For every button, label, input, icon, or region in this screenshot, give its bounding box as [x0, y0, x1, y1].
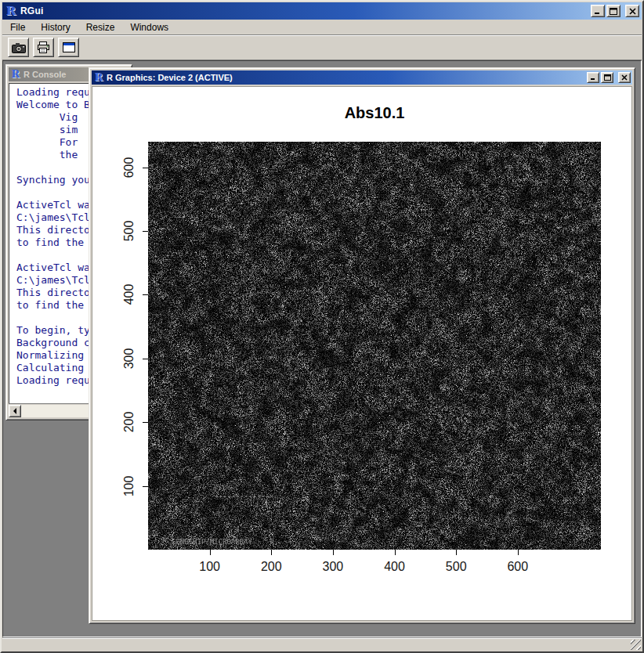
- printer-icon: [37, 41, 50, 53]
- close-icon: [629, 8, 636, 15]
- close-button[interactable]: [618, 72, 631, 83]
- x-tick: [333, 550, 334, 555]
- microarray-image: [148, 142, 601, 550]
- plot-area: Abs10.1 10020030040050060010020030040050…: [92, 86, 632, 621]
- maximize-icon: [610, 8, 617, 15]
- close-button[interactable]: [625, 5, 639, 17]
- y-tick: [143, 231, 148, 232]
- x-tick: [456, 550, 457, 555]
- x-tick-label: 600: [498, 560, 537, 574]
- main-titlebar[interactable]: R RGui: [2, 2, 642, 20]
- print-button[interactable]: [33, 38, 54, 57]
- y-tick: [143, 422, 148, 423]
- x-tick: [395, 550, 396, 555]
- plot-title: Abs10.1: [148, 104, 601, 122]
- scroll-left-button[interactable]: [9, 405, 21, 417]
- r-logo-icon: R: [5, 5, 17, 17]
- x-tick-label: 100: [190, 560, 230, 574]
- y-tick-label: 100: [122, 469, 136, 503]
- statusbar: [2, 637, 642, 651]
- y-tick-label: 200: [122, 405, 136, 439]
- r-logo-icon: R: [10, 69, 21, 80]
- snapshot-button[interactable]: [8, 38, 29, 57]
- camera-icon: [12, 42, 26, 53]
- maximize-button[interactable]: [606, 5, 620, 17]
- rgui-window: R RGui File History Resize Windows: [0, 0, 644, 653]
- menu-file[interactable]: File: [10, 22, 25, 33]
- x-tick-label: 300: [313, 560, 353, 574]
- menu-resize[interactable]: Resize: [86, 22, 115, 33]
- y-tick: [143, 359, 148, 359]
- resize-grip[interactable]: [631, 640, 641, 650]
- y-tick-label: 400: [122, 277, 136, 312]
- y-tick: [143, 486, 148, 487]
- arrow-left-icon: [12, 408, 18, 414]
- graphics-window-controls: [587, 72, 631, 83]
- menu-windows[interactable]: Windows: [130, 22, 168, 33]
- maximize-button[interactable]: [601, 72, 613, 83]
- minimize-icon: [590, 74, 597, 81]
- window-title: RGui: [20, 5, 588, 16]
- minimize-button[interactable]: [591, 5, 605, 17]
- close-icon: [621, 74, 628, 81]
- x-tick: [210, 550, 211, 555]
- windows-arrange-button[interactable]: [58, 38, 79, 57]
- window-icon: [63, 42, 75, 52]
- y-tick: [143, 294, 148, 295]
- y-tick: [143, 168, 148, 168]
- r-logo-icon: R: [93, 72, 104, 83]
- menu-history[interactable]: History: [41, 22, 70, 33]
- x-tick: [518, 550, 519, 555]
- x-tick-label: 400: [375, 560, 414, 574]
- y-tick-label: 600: [122, 150, 136, 185]
- x-tick-label: 200: [251, 560, 291, 574]
- minimize-button[interactable]: [587, 72, 599, 83]
- x-tick-label: 500: [436, 560, 476, 574]
- y-tick-label: 300: [122, 341, 136, 376]
- r-graphics-window[interactable]: R R Graphics: Device 2 (ACTIVE) Abs10.1 …: [89, 67, 635, 624]
- window-controls: [591, 5, 639, 17]
- toolbar: [2, 34, 642, 60]
- graphics-titlebar[interactable]: R R Graphics: Device 2 (ACTIVE): [92, 70, 632, 85]
- mdi-area: R R Console Loading requ Welcome to B Vi…: [2, 60, 642, 637]
- maximize-icon: [604, 74, 611, 81]
- minimize-icon: [594, 8, 602, 15]
- x-tick: [271, 550, 272, 555]
- menubar: File History Resize Windows: [2, 20, 642, 34]
- graphics-title: R Graphics: Device 2 (ACTIVE): [107, 73, 584, 82]
- y-tick-label: 500: [122, 214, 136, 248]
